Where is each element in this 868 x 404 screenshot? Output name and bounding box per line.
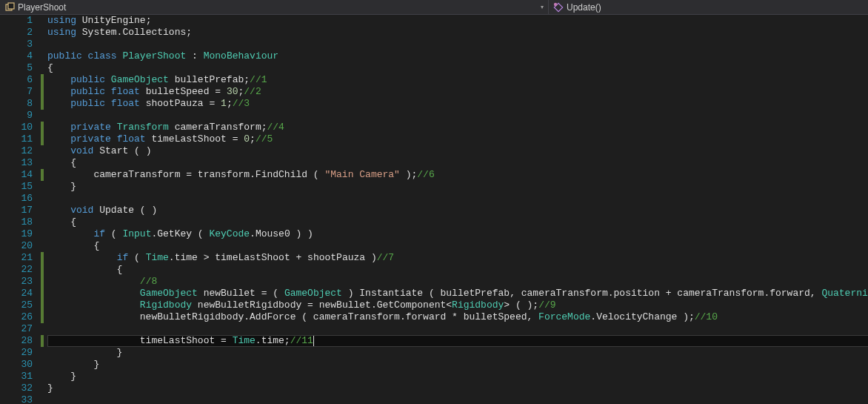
code-line[interactable]: public float bulletSpeed = 30;//2 <box>47 86 868 98</box>
line-number: 31 <box>0 371 33 383</box>
line-number: 18 <box>0 216 33 228</box>
line-number: 11 <box>0 133 33 145</box>
line-number: 28 <box>0 335 33 347</box>
line-number: 5 <box>0 62 33 74</box>
line-number: 20 <box>0 240 33 252</box>
method-name: Update() <box>567 2 601 13</box>
code-line[interactable]: } <box>47 359 868 371</box>
line-number: 19 <box>0 228 33 240</box>
line-number: 16 <box>0 193 33 205</box>
line-number: 10 <box>0 122 33 133</box>
code-line[interactable]: { <box>47 264 868 276</box>
code-line[interactable]: { <box>47 62 868 74</box>
code-line[interactable]: if ( Time.time > timeLastShoot + shootPa… <box>47 252 868 264</box>
code-line[interactable]: } <box>47 347 868 359</box>
code-line[interactable]: Rigidbody newBulletRigidbody = newBullet… <box>47 299 868 311</box>
line-number-gutter: 1234567891011121314151617181920212223242… <box>0 15 40 404</box>
code-line[interactable]: public class PlayerShoot : MonoBehaviour <box>47 50 868 62</box>
line-number: 22 <box>0 264 33 276</box>
class-icon <box>4 2 15 13</box>
code-line[interactable]: { <box>47 157 868 169</box>
code-line[interactable] <box>47 110 868 122</box>
line-number: 27 <box>0 323 33 335</box>
line-number: 23 <box>0 276 33 288</box>
code-line[interactable]: void Update ( ) <box>47 205 868 216</box>
line-number: 13 <box>0 157 33 169</box>
line-number: 14 <box>0 169 33 181</box>
class-name: PlayerShoot <box>18 2 66 13</box>
line-number: 12 <box>0 145 33 157</box>
code-line[interactable]: cameraTransform = transform.FindChild ( … <box>47 169 868 181</box>
line-number: 15 <box>0 181 33 193</box>
svg-point-3 <box>554 2 557 5</box>
code-line[interactable]: newBulletRigidbody.AddForce ( cameraTran… <box>47 311 868 323</box>
line-number: 8 <box>0 98 33 110</box>
navigation-bar: PlayerShoot ▾ Update() <box>0 0 868 15</box>
svg-rect-1 <box>8 3 14 9</box>
line-number: 17 <box>0 205 33 216</box>
line-number: 2 <box>0 27 33 39</box>
code-line[interactable]: void Start ( ) <box>47 145 868 157</box>
line-number: 26 <box>0 311 33 323</box>
member-dropdown[interactable]: Update() <box>549 2 601 13</box>
code-line[interactable]: private float timeLastShoot = 0;//5 <box>47 133 868 145</box>
code-line[interactable]: GameObject newBullet = ( GameObject ) In… <box>47 288 868 299</box>
line-number: 6 <box>0 74 33 86</box>
code-line[interactable]: using UnityEngine; <box>47 15 868 27</box>
chevron-down-icon: ▾ <box>541 4 544 10</box>
line-number: 25 <box>0 299 33 311</box>
line-number: 4 <box>0 50 33 62</box>
line-number: 30 <box>0 359 33 371</box>
text-cursor <box>313 336 314 346</box>
line-number: 9 <box>0 110 33 122</box>
line-number: 33 <box>0 394 33 404</box>
code-line[interactable]: public GameObject bulletPrefab;//1 <box>47 74 868 86</box>
line-number: 7 <box>0 86 33 98</box>
code-line[interactable]: } <box>47 371 868 383</box>
class-dropdown[interactable]: PlayerShoot ▾ <box>0 2 548 13</box>
line-number: 29 <box>0 347 33 359</box>
line-number: 21 <box>0 252 33 264</box>
code-line[interactable] <box>47 323 868 335</box>
code-line[interactable]: public float shootPauza = 1;//3 <box>47 98 868 110</box>
code-line[interactable]: //8 <box>47 276 868 288</box>
code-line[interactable]: { <box>47 240 868 252</box>
code-line[interactable]: timeLastShoot = Time.time;//11 <box>47 335 868 347</box>
code-line[interactable]: } <box>47 383 868 394</box>
line-number: 1 <box>0 15 33 27</box>
code-line[interactable] <box>47 394 868 404</box>
line-number: 24 <box>0 288 33 299</box>
code-editor[interactable]: 1234567891011121314151617181920212223242… <box>0 15 868 404</box>
code-area[interactable]: using UnityEngine;using System.Collectio… <box>44 15 868 404</box>
code-line[interactable] <box>47 39 868 50</box>
code-line[interactable]: using System.Collections; <box>47 27 868 39</box>
code-line[interactable]: { <box>47 216 868 228</box>
line-number: 3 <box>0 39 33 50</box>
code-line[interactable] <box>47 193 868 205</box>
code-line[interactable]: if ( Input.GetKey ( KeyCode.Mouse0 ) ) <box>47 228 868 240</box>
code-line[interactable]: private Transform cameraTransform;//4 <box>47 122 868 133</box>
line-number: 32 <box>0 383 33 394</box>
method-icon <box>553 2 564 13</box>
code-line[interactable]: } <box>47 181 868 193</box>
